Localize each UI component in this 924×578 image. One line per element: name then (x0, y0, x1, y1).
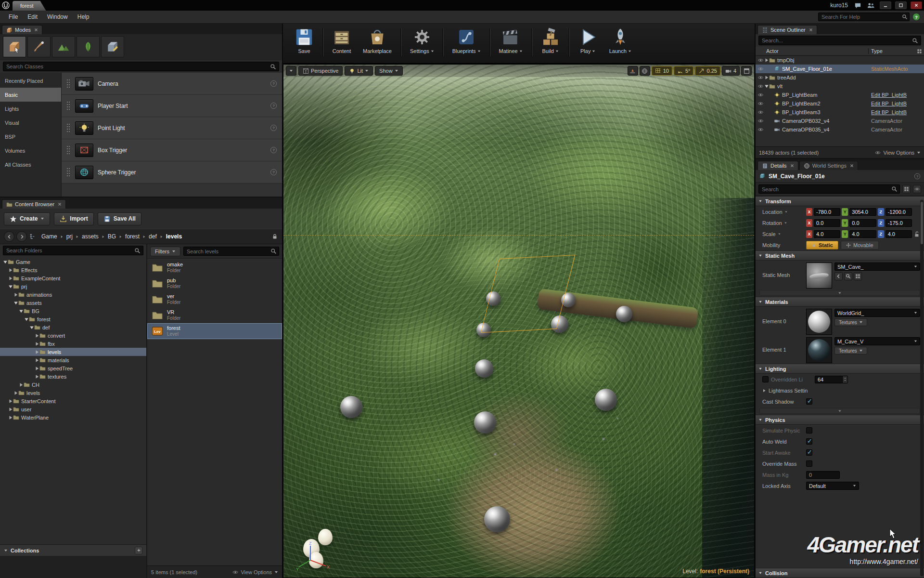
people-icon[interactable] (867, 2, 874, 9)
foliage-mode-button[interactable] (77, 36, 100, 57)
view-options-button[interactable]: View Options (883, 150, 914, 156)
drag-handle-icon[interactable] (67, 102, 68, 103)
spin-up-icon[interactable] (844, 377, 847, 379)
viewport-options-button[interactable] (286, 66, 296, 76)
chevron-down-icon[interactable] (3, 260, 8, 264)
tree-folder-textures[interactable]: textures (0, 372, 146, 381)
mode-category-visual[interactable]: Visual (0, 116, 61, 130)
chevron-right-icon[interactable] (35, 342, 39, 346)
overridden-light-stepper[interactable]: 64 (815, 376, 848, 383)
launch-button[interactable]: Launch (603, 26, 637, 55)
outliner-row-bp_lightbeam[interactable]: BP_LightBeamEdit BP_LightB (756, 91, 924, 99)
spin-down-icon[interactable] (844, 380, 847, 381)
expand-section-button[interactable] (759, 408, 920, 414)
chevron-right-icon[interactable] (19, 383, 24, 387)
breadcrumb-game[interactable]: Game (39, 232, 59, 241)
outliner-row-sm_cave_floor_01e[interactable]: SM_Cave_Floor_01eStaticMeshActo (756, 65, 924, 73)
close-icon[interactable] (58, 202, 62, 206)
chevron-right-icon[interactable] (35, 367, 39, 370)
actor-column-header[interactable]: Actor (757, 48, 868, 54)
material-combo[interactable]: WorldGrid_ (834, 309, 920, 317)
chevron-right-icon[interactable] (13, 391, 18, 395)
view-options-button[interactable]: View Options (241, 569, 272, 575)
tree-folder-animations[interactable]: animations (0, 290, 146, 299)
chevron-right-icon[interactable] (8, 276, 13, 280)
section-static-mesh[interactable]: Static Mesh (756, 250, 924, 261)
lock-open-icon[interactable] (913, 231, 920, 237)
tree-folder-levels[interactable]: levels (0, 348, 146, 356)
help-icon[interactable]: ? (912, 13, 920, 21)
grid-snap-button[interactable]: 10 (652, 66, 672, 76)
outliner-row-bp_lightbeam2[interactable]: BP_LightBeam2Edit BP_LightB (756, 99, 924, 108)
static-mesh-thumbnail[interactable] (806, 263, 832, 289)
chevron-down-icon[interactable] (13, 301, 18, 305)
scene-outliner-tab[interactable]: Scene Outliner (757, 25, 817, 34)
menu-file[interactable]: File (4, 12, 23, 22)
chevron-right-icon[interactable] (8, 399, 13, 403)
section-physics[interactable]: Physics (756, 415, 924, 425)
chevron-down-icon[interactable] (24, 317, 29, 321)
scale-x-field[interactable]: 4.0 (814, 230, 840, 238)
asset-vr[interactable]: VRFolder (147, 307, 282, 323)
chevron-right-icon[interactable] (764, 76, 769, 79)
asset-omake[interactable]: omakeFolder (147, 260, 282, 276)
edit-blueprint-link[interactable]: Edit BP_LightB (870, 109, 924, 115)
tree-folder-speedtree[interactable]: speedTree (0, 364, 146, 372)
section-collision[interactable]: Collision (756, 568, 924, 578)
details-search-input[interactable] (758, 184, 900, 194)
info-icon[interactable]: ? (914, 173, 921, 180)
show-button[interactable]: Show (375, 66, 403, 76)
tree-folder-forest[interactable]: forest (0, 315, 146, 323)
menu-window[interactable]: Window (42, 12, 73, 22)
window-level-tab[interactable]: forest (13, 1, 46, 11)
chevron-right-icon[interactable] (35, 375, 39, 379)
save-button[interactable]: Save (289, 26, 320, 55)
close-icon[interactable] (790, 164, 794, 168)
lock-icon[interactable] (271, 233, 278, 240)
scale-snap-button[interactable]: 0.25 (695, 66, 720, 76)
back-button[interactable] (4, 231, 14, 242)
drag-handle-icon[interactable] (67, 124, 68, 125)
property-matrix-button[interactable] (902, 185, 911, 193)
viewport-3d[interactable]: Perspective Lit Show (283, 64, 755, 578)
menu-edit[interactable]: Edit (23, 12, 42, 22)
tree-folder-game[interactable]: Game (0, 258, 146, 266)
chevron-right-icon[interactable] (8, 416, 13, 420)
tree-folder-materials[interactable]: materials (0, 356, 146, 364)
asset-ver[interactable]: verFolder (147, 291, 282, 307)
start-awake-checkbox[interactable] (806, 449, 812, 456)
paint-mode-button[interactable] (27, 36, 51, 57)
chevron-right-icon[interactable] (8, 268, 13, 272)
breadcrumb-assets[interactable]: assets (80, 232, 101, 241)
play-button[interactable]: Play (573, 26, 603, 55)
mode-category-all-classes[interactable]: All Classes (0, 158, 61, 171)
overridden-light-checkbox[interactable] (762, 376, 769, 382)
mobility-movable-button[interactable]: Movable (841, 241, 879, 250)
reset-button[interactable] (854, 272, 862, 280)
mode-category-basic[interactable]: Basic (0, 88, 61, 102)
placeable-sphere-trigger[interactable]: Sphere Trigger? (62, 161, 282, 184)
locked-axis-combo[interactable]: Default (806, 482, 859, 490)
chevron-right-icon[interactable] (13, 293, 18, 297)
landscape-mode-button[interactable] (52, 36, 75, 57)
material-thumbnail[interactable] (806, 309, 832, 335)
assets-search-input[interactable] (183, 247, 279, 256)
placeable-point-light[interactable]: Point Light? (62, 117, 282, 139)
breadcrumb-prj[interactable]: prj (64, 232, 75, 241)
tab-details[interactable]: Details (757, 161, 798, 170)
close-icon[interactable] (34, 28, 38, 32)
chevron-right-icon[interactable] (35, 350, 39, 354)
build-button[interactable]: Build (535, 26, 566, 55)
section-materials[interactable]: Materials (756, 297, 924, 307)
material-combo[interactable]: M_Cave_V (834, 337, 920, 345)
outliner-row-bp_lightbeam3[interactable]: BP_LightBeam3Edit BP_LightB (756, 108, 924, 117)
drag-handle-icon[interactable] (67, 168, 68, 169)
surface-snap-button[interactable] (628, 66, 638, 76)
lightmass-settings-row[interactable]: Lightmass Settin (756, 385, 924, 396)
breadcrumb-bg[interactable]: BG (106, 232, 118, 241)
placement-mode-button[interactable] (3, 36, 26, 57)
mobility-static-button[interactable]: Static (806, 241, 838, 250)
outliner-row-cameraopb032_v4[interactable]: CameraOPB032_v4CameraActor (756, 117, 924, 125)
outliner-row-cameraopb035_v4[interactable]: CameraOPB035_v4CameraActor (756, 125, 924, 134)
simulate-physics-checkbox[interactable] (806, 427, 812, 434)
